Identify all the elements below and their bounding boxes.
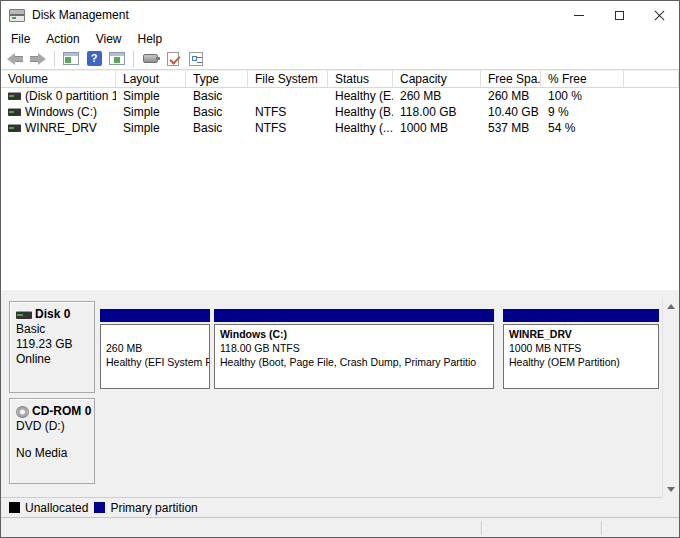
menu-view[interactable]: View bbox=[88, 31, 130, 47]
pane-splitter[interactable] bbox=[1, 290, 679, 298]
column-header-status[interactable]: Status bbox=[328, 71, 393, 87]
cdrom0-name: CD-ROM 0 bbox=[32, 404, 91, 419]
maximize-button[interactable] bbox=[599, 1, 639, 29]
cdrom0-media: No Media bbox=[16, 446, 94, 461]
partition-name: Windows (C:) bbox=[220, 327, 493, 341]
show-console-tree-icon bbox=[63, 52, 79, 65]
back-button[interactable] bbox=[6, 50, 24, 68]
status-bar-divider bbox=[481, 521, 482, 535]
help-button[interactable]: ? bbox=[85, 50, 103, 68]
partition-name bbox=[106, 327, 209, 341]
cell-pct-free: 54 % bbox=[541, 121, 624, 135]
menu-action[interactable]: Action bbox=[38, 31, 87, 47]
back-icon bbox=[7, 54, 23, 64]
cdrom0-row: CD-ROM 0 DVD (D:) No Media bbox=[9, 398, 663, 484]
vertical-scrollbar[interactable] bbox=[662, 298, 679, 498]
scroll-up-button[interactable] bbox=[663, 298, 679, 315]
volume-list-header: Volume Layout Type File System Status Ca… bbox=[1, 71, 679, 88]
cell-capacity: 118.00 GB bbox=[393, 105, 481, 119]
window-title: Disk Management bbox=[32, 8, 129, 22]
cell-free-space: 10.40 GB bbox=[481, 105, 541, 119]
volume-icon bbox=[8, 108, 21, 116]
cell-status: Healthy (... bbox=[328, 121, 393, 135]
disk0-size: 119.23 GB bbox=[16, 337, 94, 352]
check-disk-button[interactable] bbox=[164, 50, 182, 68]
partition-size: 260 MB bbox=[106, 341, 209, 355]
menu-file[interactable]: File bbox=[3, 31, 38, 47]
partition-size: 1000 MB NTFS bbox=[509, 341, 658, 355]
minimize-button[interactable] bbox=[559, 1, 599, 29]
help-icon: ? bbox=[87, 51, 102, 66]
status-bar-divider bbox=[601, 521, 602, 535]
details-icon bbox=[189, 52, 203, 66]
graphical-view: Disk 0 Basic 119.23 GB Online 260 MB Hea… bbox=[1, 298, 679, 498]
column-header-pct-free[interactable]: % Free bbox=[541, 71, 624, 87]
partition-status: Healthy (EFI System Part bbox=[106, 355, 209, 369]
disk0-name: Disk 0 bbox=[35, 307, 70, 322]
details-button[interactable] bbox=[187, 50, 205, 68]
primary-partition-color-swatch bbox=[94, 502, 105, 513]
legend-label: Primary partition bbox=[110, 501, 197, 515]
close-button[interactable] bbox=[639, 1, 679, 29]
partition-status: Healthy (OEM Partition) bbox=[509, 355, 658, 369]
disk-management-window: Disk Management File Action View Help ? bbox=[0, 0, 680, 538]
window-controls bbox=[559, 1, 679, 29]
partition-windows-c[interactable]: Windows (C:) 118.00 GB NTFS Healthy (Boo… bbox=[214, 309, 494, 391]
cell-type: Basic bbox=[186, 121, 248, 135]
scroll-down-button[interactable] bbox=[663, 481, 679, 498]
unallocated-color-swatch bbox=[9, 502, 20, 513]
cdrom-icon bbox=[16, 406, 29, 418]
device-properties-button[interactable] bbox=[141, 50, 159, 68]
legend-label: Unallocated bbox=[25, 501, 88, 515]
cell-status: Healthy (B... bbox=[328, 105, 393, 119]
menu-bar: File Action View Help bbox=[1, 29, 679, 48]
column-header-type[interactable]: Type bbox=[186, 71, 248, 87]
cdrom0-header-panel[interactable]: CD-ROM 0 DVD (D:) No Media bbox=[9, 398, 95, 484]
table-row[interactable]: WINRE_DRV Simple Basic NTFS Healthy (...… bbox=[1, 120, 679, 136]
show-console-tree-button[interactable] bbox=[62, 50, 80, 68]
partition-efi[interactable]: 260 MB Healthy (EFI System Part bbox=[100, 309, 210, 391]
minimize-icon bbox=[574, 15, 584, 16]
cell-file-system: NTFS bbox=[248, 105, 328, 119]
cell-capacity: 1000 MB bbox=[393, 121, 481, 135]
partition-color-bar bbox=[503, 309, 659, 322]
check-document-icon bbox=[167, 52, 179, 66]
close-icon bbox=[654, 10, 665, 21]
legend-item-primary-partition: Primary partition bbox=[94, 501, 197, 515]
title-bar: Disk Management bbox=[1, 1, 679, 29]
column-header-free-space[interactable]: Free Spa... bbox=[481, 71, 541, 87]
cell-pct-free: 9 % bbox=[541, 105, 624, 119]
disk0-header-panel[interactable]: Disk 0 Basic 119.23 GB Online bbox=[9, 301, 95, 393]
partition-winre-drv[interactable]: WINRE_DRV 1000 MB NTFS Healthy (OEM Part… bbox=[503, 309, 659, 391]
cell-layout: Simple bbox=[116, 89, 186, 103]
column-header-layout[interactable]: Layout bbox=[116, 71, 186, 87]
forward-icon bbox=[30, 54, 46, 64]
forward-button[interactable] bbox=[29, 50, 47, 68]
cell-pct-free: 100 % bbox=[541, 89, 624, 103]
disk0-type: Basic bbox=[16, 322, 94, 337]
show-action-pane-button[interactable] bbox=[108, 50, 126, 68]
menu-help[interactable]: Help bbox=[130, 31, 171, 47]
toolbar-separator bbox=[54, 51, 55, 67]
table-row[interactable]: (Disk 0 partition 1) Simple Basic Health… bbox=[1, 88, 679, 104]
cell-status: Healthy (E... bbox=[328, 89, 393, 103]
chevron-down-icon bbox=[667, 487, 675, 492]
chevron-up-icon bbox=[667, 304, 675, 309]
toolbar: ? bbox=[1, 48, 679, 70]
column-header-capacity[interactable]: Capacity bbox=[393, 71, 481, 87]
table-row[interactable]: Windows (C:) Simple Basic NTFS Healthy (… bbox=[1, 104, 679, 120]
disk0-status: Online bbox=[16, 352, 94, 367]
column-header-volume[interactable]: Volume bbox=[1, 71, 116, 87]
cell-type: Basic bbox=[186, 105, 248, 119]
legend-item-unallocated: Unallocated bbox=[9, 501, 88, 515]
volume-icon bbox=[8, 92, 21, 100]
device-icon bbox=[143, 54, 158, 63]
cell-free-space: 260 MB bbox=[481, 89, 541, 103]
cell-type: Basic bbox=[186, 89, 248, 103]
status-bar bbox=[1, 517, 679, 537]
column-header-file-system[interactable]: File System bbox=[248, 71, 328, 87]
cell-file-system: NTFS bbox=[248, 121, 328, 135]
volume-name: WINRE_DRV bbox=[25, 121, 97, 135]
disk-icon bbox=[16, 311, 32, 319]
legend-bar: Unallocated Primary partition bbox=[1, 498, 679, 517]
